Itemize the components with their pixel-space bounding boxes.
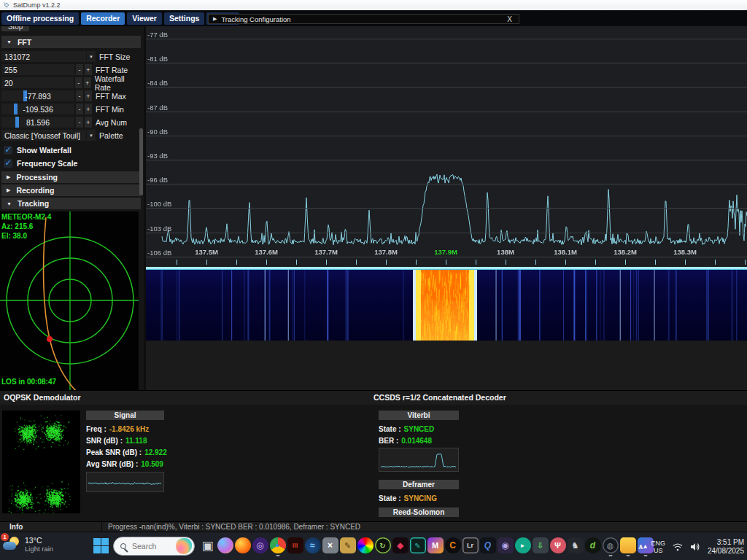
freq-tick — [236, 260, 237, 265]
minus-button[interactable]: - — [76, 90, 83, 101]
plus-button[interactable]: + — [85, 64, 92, 75]
lightroom-icon: Lr — [462, 537, 479, 553]
fft-size-input[interactable]: 131072 — [1, 51, 86, 62]
minus-button[interactable]: - — [76, 104, 83, 114]
freq-tick — [326, 260, 327, 265]
clock[interactable]: 3:51 PM 24/08/2025 — [708, 538, 744, 556]
file-explorer-icon — [620, 537, 636, 553]
taskbar-app-blue-bird-app[interactable]: ≈ — [304, 537, 321, 556]
fft-section-header[interactable]: ▼ FFT — [1, 36, 141, 48]
taskbar-app-secure-download-app[interactable]: ⇩ — [532, 537, 549, 556]
minus-button[interactable]: - — [76, 64, 83, 75]
checkbox-checked-icon[interactable]: ✓ — [4, 159, 12, 168]
viterbi-state: SYNCED — [404, 425, 435, 433]
gridline — [146, 87, 747, 88]
tab-offline-processing[interactable]: Offline processing — [1, 12, 79, 25]
chevron-right-icon: ▶ — [7, 187, 10, 193]
taskbar-app-task-view[interactable]: ▣ — [199, 537, 216, 556]
taskbar-app-blue-q-app[interactable]: Q — [479, 537, 496, 556]
avg-num-slider[interactable]: 81.596 — [1, 117, 74, 128]
language-switcher[interactable]: ENGUS — [651, 540, 665, 554]
taskbar-app-file-explorer[interactable] — [619, 537, 636, 556]
stop-button[interactable]: Stop — [1, 26, 29, 31]
dropdown-arrow-icon[interactable]: ▼ — [87, 51, 96, 62]
taskbar-app-red-pillars-app[interactable]: III — [287, 537, 303, 556]
panel-header-band: OQPSK Demodulator CCSDS r=1/2 Concatenat… — [0, 391, 747, 405]
camera-app-icon: ◉ — [498, 537, 514, 553]
freq-value: -1.8426 kHz — [109, 425, 149, 433]
taskbar-app-orange-c-app[interactable]: C — [444, 537, 461, 556]
taskbar-app-tools-app[interactable]: × — [322, 537, 338, 556]
taskbar-app-rabbit-app[interactable]: ♞ — [567, 537, 584, 556]
gridline — [146, 160, 747, 160]
volume-icon[interactable] — [690, 542, 700, 551]
start-button[interactable] — [93, 538, 109, 554]
taskbar-app-audio-app[interactable]: ◎ — [252, 537, 268, 556]
waterfall-rate-label: Waterfall Rate — [95, 77, 142, 88]
section-tracking[interactable]: ▼ Tracking — [1, 198, 141, 209]
hidden-icons-chevron[interactable]: ∧ — [638, 542, 643, 551]
audio-app-icon: ◎ — [252, 537, 268, 553]
collapse-arrow-icon[interactable]: ▶ — [213, 16, 217, 22]
taskbar-app-green-ring-app[interactable]: ↻ — [374, 537, 391, 556]
close-button[interactable]: X — [505, 15, 514, 23]
search-input[interactable] — [131, 541, 169, 551]
minus-button[interactable]: - — [75, 77, 82, 88]
taskbar-app-gradient-m-app[interactable]: M — [427, 537, 444, 556]
taskbar-app-globe-app[interactable]: ◍ — [602, 537, 619, 556]
sidebar-scrollbar[interactable] — [139, 128, 143, 195]
freq-axis-label: 137.5M — [195, 248, 218, 256]
plus-button[interactable]: + — [84, 77, 91, 88]
section-recording[interactable]: ▶ Recording — [1, 184, 141, 196]
tools-app-icon: × — [322, 537, 338, 553]
waterfall-rate-input[interactable]: 20 — [1, 77, 74, 88]
dropdown-arrow-icon[interactable]: ▼ — [87, 130, 96, 141]
taskbar-app-teal-pen-app[interactable]: ✎ — [409, 537, 426, 556]
plus-button[interactable]: + — [85, 117, 92, 128]
taskbar-app-green-d-app[interactable]: d — [584, 537, 601, 556]
tab-settings[interactable]: Settings — [164, 12, 204, 25]
minus-button[interactable]: - — [76, 117, 83, 128]
sidebar-sections: ▶ Processing ▶ Recording ▼ Tracking — [1, 171, 141, 211]
taskbar-app-copilot[interactable] — [217, 537, 233, 556]
snr-row: SNR (dB) : 11.118 — [86, 435, 164, 446]
palette-select[interactable]: Classic [Youssef Touil] — [1, 130, 86, 141]
waterfall-footer — [146, 341, 747, 390]
fft-min-slider[interactable]: -109.536 — [1, 104, 74, 114]
taskbar-app-antenna-app[interactable]: Ψ — [549, 537, 566, 556]
satellite-position-dot — [47, 336, 53, 342]
db-axis-label: -96 dB — [147, 176, 168, 184]
taskbar-app-camera-app[interactable]: ◉ — [497, 537, 514, 556]
freq-tick — [206, 260, 207, 265]
wifi-icon[interactable] — [673, 542, 683, 551]
tab-recorder[interactable]: Recorder — [81, 12, 125, 25]
fft-min-row: -109.536 - + FFT Min — [1, 104, 142, 114]
search-box[interactable] — [113, 537, 195, 556]
section-processing[interactable]: ▶ Processing — [1, 171, 141, 183]
fft-rate-input[interactable]: 255 — [1, 64, 74, 75]
checkbox-checked-icon[interactable]: ✓ — [4, 146, 12, 155]
fft-plot[interactable]: -77 dB-81 dB-84 dB-87 dB-90 dB-93 dB-96 … — [146, 26, 747, 267]
db-axis-label: -87 dB — [147, 104, 168, 112]
taskbar-app-firefox[interactable] — [234, 537, 251, 556]
tab-viewer[interactable]: Viewer — [127, 12, 162, 25]
taskbar-app-pink-diamond-app[interactable]: ◆ — [392, 537, 409, 556]
taskbar-app-color-wheel-app[interactable] — [357, 537, 374, 556]
gridline — [146, 136, 747, 136]
orange-c-app-icon: C — [445, 537, 461, 553]
fft-min-label: FFT Min — [96, 104, 124, 114]
tracking-polar-plot: METEOR-M2 4 Az: 215.6 El: 38.0 LOS in 00… — [0, 211, 139, 390]
running-indicator — [626, 555, 630, 557]
frequency-scale-option[interactable]: ✓ Frequency Scale — [1, 158, 77, 168]
fft-max-slider[interactable]: -77.893 — [1, 90, 74, 101]
taskbar-app-chrome[interactable]: ● — [269, 537, 286, 556]
taskbar-app-teal-circle-app[interactable]: ► — [514, 537, 531, 556]
show-waterfall-option[interactable]: ✓ Show Waterfall — [1, 145, 77, 155]
db-axis-label: -90 dB — [147, 128, 168, 136]
weather-widget[interactable]: 1 13°C Light rain — [3, 535, 53, 553]
taskbar-app-lightroom[interactable]: Lr — [462, 537, 479, 556]
plus-button[interactable]: + — [85, 90, 92, 101]
plus-button[interactable]: + — [85, 104, 92, 114]
taskbar-app-notes-app[interactable]: ✎ — [339, 537, 356, 556]
globe-app-icon: ◍ — [603, 537, 619, 553]
